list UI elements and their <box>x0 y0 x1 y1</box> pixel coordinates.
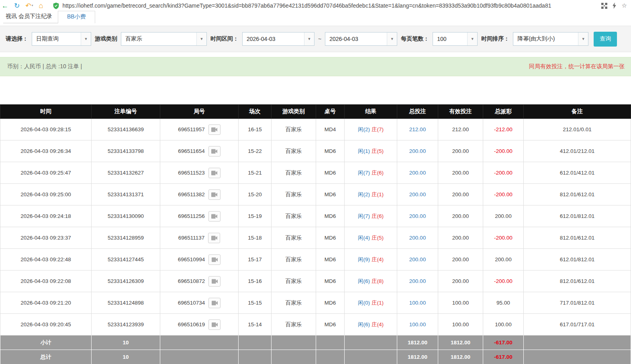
cell-game-type: 百家乐 <box>272 140 316 162</box>
summary-total-bet: 1812.00 <box>397 336 438 350</box>
total-bet-link[interactable]: 100.00 <box>409 321 426 327</box>
video-replay-button[interactable] <box>208 124 221 135</box>
sort-value: 降幂(由大到小) <box>513 35 558 43</box>
bet-record-table: 时间注单编号局号场次游戏类别桌号结果总投注有效投注总派彩备注 2026-04-0… <box>0 104 631 364</box>
total-bet-link[interactable]: 200.00 <box>409 235 426 241</box>
cell-round: 696511523 <box>160 162 239 184</box>
video-replay-button[interactable] <box>208 319 221 330</box>
address-bar[interactable]: https://iohetf.com/game/betrecord_search… <box>53 1 595 10</box>
summary-remark <box>524 336 631 350</box>
cell-round: 696511654 <box>160 140 239 162</box>
table-summary-row: 总计 10 1812.00 1812.00 -617.00 <box>0 350 631 364</box>
summary-empty <box>272 336 316 350</box>
page-size-dropdown[interactable]: 100 ▼ <box>433 32 478 46</box>
column-header: 总投注 <box>397 105 438 119</box>
cell-table-no: MD6 <box>316 140 345 162</box>
tab-bb-tip[interactable]: BB小费 <box>58 11 95 23</box>
cell-remark: 812.01/612.01 <box>524 184 631 205</box>
cell-total-bet: 200.00 <box>397 227 438 249</box>
cell-result: 闲(4)庄(5) <box>345 227 397 249</box>
cell-remark: 612.01/812.01 <box>524 205 631 227</box>
video-replay-button[interactable] <box>208 211 221 222</box>
date-to-value: 2026-04-03 <box>325 36 361 42</box>
date-from-dropdown[interactable]: 2026-04-03 ▼ <box>242 32 314 46</box>
table-summary-row: 小计 10 1812.00 1812.00 -617.00 <box>0 336 631 350</box>
cell-round: 696511256 <box>160 205 239 227</box>
date-to-dropdown[interactable]: 2026-04-03 ▼ <box>325 32 397 46</box>
date-from-value: 2026-04-03 <box>243 36 279 42</box>
result-banker: 庄(6) <box>372 213 384 219</box>
column-header: 备注 <box>524 105 631 119</box>
cell-game-type: 百家乐 <box>272 205 316 227</box>
video-replay-button[interactable] <box>208 146 221 157</box>
refresh-icon[interactable]: ↻ <box>14 2 20 9</box>
cell-payout: -212.00 <box>483 119 524 140</box>
cell-result: 闲(7)庄(6) <box>345 162 397 184</box>
cell-time: 2026-04-03 09:22:08 <box>0 270 92 292</box>
total-bet-link[interactable]: 100.00 <box>409 300 426 306</box>
total-bet-link[interactable]: 200.00 <box>409 148 426 154</box>
query-type-dropdown[interactable]: 日期查询 ▼ <box>32 32 91 46</box>
table-row: 2026-04-03 09:26:34 523314133798 6965116… <box>0 140 631 162</box>
undo-icon[interactable]: ↶▾ <box>25 2 33 9</box>
back-icon[interactable]: ← <box>2 2 8 9</box>
cell-total-bet: 200.00 <box>397 205 438 227</box>
summary-empty <box>316 350 345 364</box>
sort-dropdown[interactable]: 降幂(由大到小) ▼ <box>513 32 588 46</box>
video-replay-button[interactable] <box>208 168 221 178</box>
cell-result: 闲(0)庄(1) <box>345 292 397 314</box>
game-type-dropdown[interactable]: 百家乐 ▼ <box>121 32 207 46</box>
table-row: 2026-04-03 09:21:20 523314124898 6965107… <box>0 292 631 314</box>
cell-payout: -200.00 <box>483 270 524 292</box>
cell-game-type: 百家乐 <box>272 184 316 205</box>
total-bet-link[interactable]: 200.00 <box>409 213 426 219</box>
cell-table-no: MD6 <box>316 314 345 336</box>
round-number: 696510619 <box>178 321 205 327</box>
total-bet-link[interactable]: 200.00 <box>409 256 426 262</box>
summary-count: 10 <box>92 350 160 364</box>
total-bet-link[interactable]: 200.00 <box>409 191 426 197</box>
browser-toolbar-right: ☆ <box>601 2 627 9</box>
cell-remark: 717.01/812.01 <box>524 292 631 314</box>
cell-time: 2026-04-03 09:21:20 <box>0 292 92 314</box>
cell-total-bet: 100.00 <box>397 314 438 336</box>
home-icon[interactable]: ⌂ <box>39 2 43 9</box>
cell-result: 闲(9)庄(4) <box>345 249 397 270</box>
video-replay-button[interactable] <box>208 233 220 243</box>
video-replay-button[interactable] <box>208 276 221 287</box>
tab-bet-records[interactable]: 视讯 会员下注纪录 <box>3 11 58 23</box>
summary-empty <box>316 336 345 350</box>
summary-label: 总计 <box>0 350 92 364</box>
total-bet-link[interactable]: 200.00 <box>409 170 426 176</box>
cell-bet-id: 523314133798 <box>92 140 160 162</box>
summary-empty <box>160 350 239 364</box>
table-row: 2026-04-03 09:24:18 523314130090 6965112… <box>0 205 631 227</box>
bookmark-star-icon[interactable]: ☆ <box>622 2 627 9</box>
cell-bet-id: 523314131371 <box>92 184 160 205</box>
cell-time: 2026-04-03 09:28:15 <box>0 119 92 140</box>
video-replay-button[interactable] <box>208 298 221 308</box>
cell-remark: 812.01/612.01 <box>524 270 631 292</box>
result-banker: 庄(1) <box>372 300 384 306</box>
cell-valid-bet: 200.00 <box>438 227 483 249</box>
extensions-grid-icon[interactable] <box>601 3 607 9</box>
cell-table-no: MD4 <box>316 119 345 140</box>
total-bet-link[interactable]: 212.00 <box>409 126 426 132</box>
cell-game-type: 百家乐 <box>272 119 316 140</box>
round-number: 696511256 <box>178 213 205 219</box>
table-row: 2026-04-03 09:23:37 523314128959 6965111… <box>0 227 631 249</box>
round-number: 696510872 <box>178 278 205 284</box>
cell-payout: -200.00 <box>483 162 524 184</box>
cell-result: 闲(2)庄(7) <box>345 119 397 140</box>
cell-game-type: 百家乐 <box>272 270 316 292</box>
summary-valid-bet: 1812.00 <box>438 336 483 350</box>
summary-payout: -617.00 <box>483 336 524 350</box>
result-player: 闲(7) <box>358 170 370 176</box>
cell-valid-bet: 200.00 <box>438 140 483 162</box>
lightning-icon[interactable] <box>612 2 617 9</box>
video-replay-button[interactable] <box>208 254 221 265</box>
total-bet-link[interactable]: 200.00 <box>409 278 426 284</box>
cell-time: 2026-04-03 09:24:18 <box>0 205 92 227</box>
search-button[interactable]: 查询 <box>594 32 617 47</box>
video-replay-button[interactable] <box>208 189 221 200</box>
